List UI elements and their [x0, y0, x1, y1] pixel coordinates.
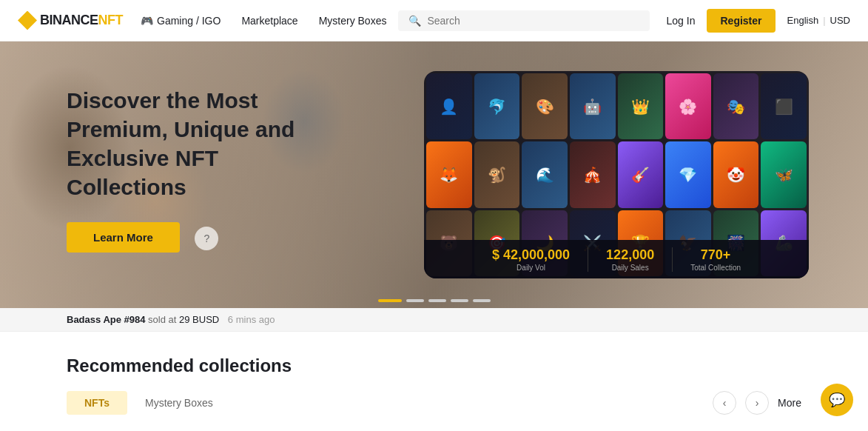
nav-gaming-igo[interactable]: 🎮 Gaming / IGO — [141, 15, 221, 27]
stat-daily-vol-label: Daily Vol — [492, 264, 570, 272]
logo-diamond-icon — [18, 11, 37, 30]
gaming-icon: 🎮 — [141, 15, 153, 27]
carousel-dot-3[interactable] — [428, 299, 446, 302]
recommended-section: Recommended collections NFTs Mystery Box… — [0, 332, 868, 430]
rec-tabs-row: NFTs Mystery Boxes ‹ › More — [67, 391, 801, 415]
nft-cell[interactable]: 🌸 — [665, 73, 711, 139]
nav-links: 🎮 Gaming / IGO Marketplace Mystery Boxes — [141, 15, 386, 27]
nft-cell[interactable]: 🐒 — [474, 141, 520, 207]
ticker-bar: Badass Ape #984 sold at 29 BUSD 6 mins a… — [0, 308, 868, 332]
carousel-dots — [0, 299, 868, 302]
chat-button[interactable]: 💬 — [821, 384, 853, 416]
stat-daily-sales-value: 122,000 — [606, 247, 654, 263]
hero-title: Discover the Most Premium, Unique and Ex… — [67, 86, 296, 201]
nft-cell[interactable]: 🎨 — [522, 73, 568, 139]
navbar: BINANCENFT 🎮 Gaming / IGO Marketplace My… — [0, 0, 868, 41]
rec-nav: ‹ › More — [713, 391, 801, 415]
logo-text: BINANCENFT — [40, 13, 123, 28]
logo[interactable]: BINANCENFT — [18, 11, 123, 30]
carousel-dot-2[interactable] — [406, 299, 424, 302]
login-button[interactable]: Log In — [667, 15, 696, 27]
tab-nfts[interactable]: NFTs — [67, 391, 127, 415]
stat-daily-sales-label: Daily Sales — [606, 264, 654, 272]
carousel-dot-5[interactable] — [473, 299, 491, 302]
nft-cell[interactable]: 🐬 — [474, 73, 520, 139]
nav-marketplace[interactable]: Marketplace — [241, 15, 297, 27]
ticker-sold-text: sold at — [148, 314, 179, 325]
learn-more-button[interactable]: Learn More — [67, 222, 180, 253]
nft-cell[interactable]: 🌊 — [522, 141, 568, 207]
carousel-dot-1[interactable] — [378, 299, 402, 302]
nft-cell[interactable]: 🎸 — [618, 141, 664, 207]
stat-daily-vol-value: $ 42,000,000 — [492, 247, 570, 263]
nft-cell[interactable]: ⬛ — [761, 73, 807, 139]
language-selector[interactable]: English | USD — [787, 15, 850, 26]
search-input[interactable] — [427, 15, 639, 27]
stat-total-collection-value: 770+ — [690, 247, 741, 263]
prev-arrow-button[interactable]: ‹ — [713, 391, 736, 415]
rec-tabs: NFTs Mystery Boxes — [67, 391, 231, 415]
register-button[interactable]: Register — [707, 9, 775, 33]
stat-daily-vol: $ 42,000,000 Daily Vol — [474, 247, 588, 272]
nft-cell[interactable]: 🎭 — [713, 73, 759, 139]
ticker-item-name[interactable]: Badass Ape #984 — [67, 314, 145, 325]
nav-right: Log In Register English | USD — [667, 9, 850, 33]
nft-cell[interactable]: 💎 — [665, 141, 711, 207]
nft-cell[interactable]: 🤡 — [713, 141, 759, 207]
search-icon: 🔍 — [408, 15, 421, 27]
chat-icon: 💬 — [829, 392, 845, 408]
nav-mystery-boxes[interactable]: Mystery Boxes — [319, 15, 387, 27]
hero-content: Discover the Most Premium, Unique and Ex… — [0, 41, 340, 253]
stat-total-collection: 770+ Total Collection — [673, 247, 758, 272]
stat-total-collection-label: Total Collection — [690, 264, 741, 272]
tab-mystery-boxes[interactable]: Mystery Boxes — [127, 391, 231, 415]
nft-cell[interactable]: 🦊 — [426, 141, 472, 207]
nft-cell[interactable]: 👤 — [426, 73, 472, 139]
ticker-time: 6 mins ago — [228, 314, 275, 325]
nft-cell[interactable]: 🦋 — [761, 141, 807, 207]
search-bar[interactable]: 🔍 — [398, 10, 650, 31]
next-arrow-button[interactable]: › — [745, 391, 769, 415]
nft-cell[interactable]: 🤖 — [570, 73, 616, 139]
recommended-title: Recommended collections — [67, 355, 801, 376]
nft-cell[interactable]: 👑 — [618, 73, 664, 139]
stat-daily-sales: 122,000 Daily Sales — [588, 247, 673, 272]
carousel-dot-4[interactable] — [451, 299, 468, 302]
help-icon[interactable]: ? — [195, 227, 218, 250]
hero-section: Discover the Most Premium, Unique and Ex… — [0, 41, 868, 308]
nft-panel: 👤🐬🎨🤖👑🌸🎭⬛🦊🐒🌊🎪🎸💎🤡🦋🐻🎯🌙⚔️🏆🦅🎆🦾 $ 42,000,000 D… — [424, 71, 809, 278]
ticker-price: 29 BUSD — [179, 314, 219, 325]
stats-overlay: $ 42,000,000 Daily Vol 122,000 Daily Sal… — [424, 240, 809, 278]
nft-cell[interactable]: 🎪 — [570, 141, 616, 207]
more-link[interactable]: More — [778, 397, 801, 409]
